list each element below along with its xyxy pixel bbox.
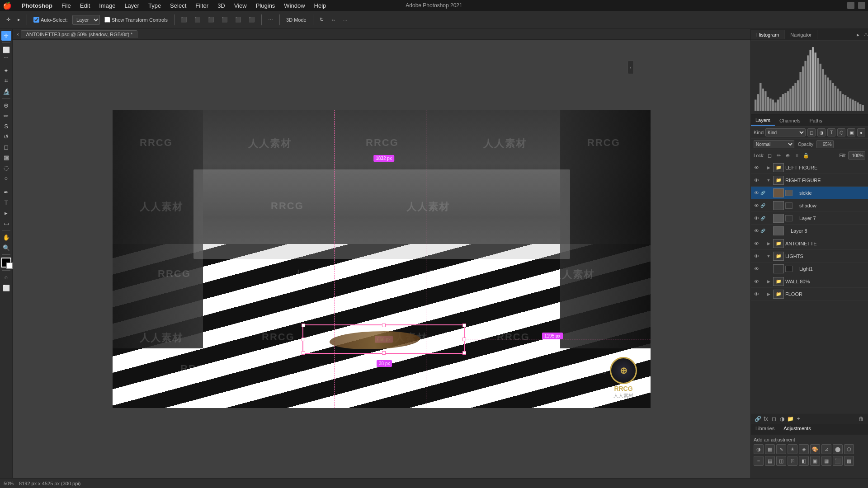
visibility-icon-wall[interactable]: 👁	[753, 278, 760, 285]
tool-arrow-btn[interactable]: ▸	[15, 14, 23, 26]
visibility-icon-layer7[interactable]: 👁	[753, 215, 760, 222]
visibility-icon-floor[interactable]: 👁	[753, 291, 760, 298]
delete-layer-btn[interactable]: 🗑	[857, 415, 865, 423]
brightness-adj-icon[interactable]: ◑	[754, 444, 764, 454]
auto-select-type-dropdown[interactable]: Layer Group	[72, 15, 100, 25]
flip-btn[interactable]: ↔	[328, 14, 339, 26]
align-bottom-btn[interactable]: ⬛	[246, 14, 258, 26]
crop-tool[interactable]: ⌗	[1, 76, 11, 86]
blend-mode-select[interactable]: Normal Multiply Screen Overlay	[754, 140, 794, 148]
visibility-icon-sickie[interactable]: 👁	[753, 189, 760, 197]
menu-edit[interactable]: Edit	[75, 1, 94, 10]
color-lookup-adj-icon[interactable]: ▤	[765, 456, 775, 466]
visibility-icon-layer8[interactable]: 👁	[753, 227, 760, 235]
menu-view[interactable]: View	[230, 1, 251, 10]
hsl-adj-icon[interactable]: 🎨	[810, 444, 820, 454]
posterize-adj-icon[interactable]: ⌻	[788, 456, 797, 466]
screen-mode-btn[interactable]: ⬜	[1, 283, 11, 293]
threshold-adj-icon[interactable]: ◧	[799, 456, 809, 466]
more-options-btn[interactable]: ···	[340, 14, 350, 26]
menu-filter[interactable]: Filter	[191, 1, 213, 10]
show-transform-checkbox[interactable]	[104, 17, 110, 23]
menu-select[interactable]: Select	[165, 1, 191, 10]
panel-menu-btn[interactable]: ▸	[853, 30, 863, 40]
menu-help[interactable]: Help	[310, 1, 331, 10]
zoom-tool[interactable]: 🔍	[1, 243, 11, 253]
layer-lights[interactable]: 👁 ▼ 📁 LIGHTS	[751, 250, 868, 263]
filter-shape-btn[interactable]: ⬡	[837, 128, 845, 136]
history-brush-tool[interactable]: ↺	[1, 131, 11, 141]
align-center-v-btn[interactable]: ⬛	[232, 14, 244, 26]
expand-icon-lights[interactable]: ▼	[765, 253, 772, 260]
align-top-btn[interactable]: ⬛	[219, 14, 231, 26]
gradient-tool[interactable]: ▩	[1, 152, 11, 162]
solid-color-adj-icon[interactable]: ⬛	[833, 456, 843, 466]
selective-color-adj-icon[interactable]: ▣	[810, 456, 820, 466]
layer-sickie[interactable]: 👁 🔗 sickie	[751, 187, 868, 199]
adjustment-layer-btn[interactable]: ◑	[778, 415, 786, 423]
menu-3d[interactable]: 3D	[213, 1, 230, 10]
visibility-icon-lights[interactable]: 👁	[753, 253, 760, 260]
tab-channels[interactable]: Channels	[775, 116, 805, 125]
lock-transparent-btn[interactable]: ◻	[766, 152, 774, 159]
visibility-icon-shadow[interactable]: 👁	[753, 202, 760, 209]
gradient-fill-adj-icon[interactable]: ▩	[844, 456, 854, 466]
new-group-btn[interactable]: 📁	[786, 415, 794, 423]
tab-layers[interactable]: Layers	[751, 116, 775, 126]
close-document-icon[interactable]: ×	[16, 32, 19, 37]
layer-7[interactable]: 👁 🔗 Layer 7	[751, 212, 868, 225]
search-icon[interactable]	[847, 2, 854, 9]
lock-position-btn[interactable]: ⊕	[784, 152, 792, 159]
vibrance-adj-icon[interactable]: ◈	[799, 444, 809, 454]
layer-antoinette[interactable]: 👁 ▶ 📁 ANTOINETTE	[751, 237, 868, 250]
auto-select-checkbox[interactable]	[33, 17, 39, 23]
eyedropper-tool[interactable]: 🔬	[1, 86, 11, 96]
brush-tool[interactable]: ✏	[1, 111, 11, 121]
lock-paint-btn[interactable]: ✏	[775, 152, 783, 159]
quick-select-tool[interactable]: ✦	[1, 66, 11, 75]
expand-icon-left-figure[interactable]: ▶	[765, 164, 772, 171]
color-balance-adj-icon[interactable]: ⊿	[821, 444, 831, 454]
layer-light1[interactable]: 👁 Light1	[751, 263, 868, 275]
distribute-btn[interactable]: ⋯	[265, 14, 276, 26]
layer-mask-btn[interactable]: ◻	[770, 415, 778, 423]
layer-right-figure[interactable]: 👁 ▼ 📁 RIGHT FIGURE	[751, 174, 868, 187]
gradient-map-adj-icon[interactable]: ▦	[821, 456, 831, 466]
filter-smart-btn[interactable]: ▣	[847, 128, 855, 136]
expand-icon-wall[interactable]: ▶	[765, 278, 772, 285]
align-center-h-btn[interactable]: ⬛	[192, 14, 203, 26]
expand-icon-right-figure[interactable]: ▼	[765, 177, 772, 184]
visibility-icon-antoinette[interactable]: 👁	[753, 240, 760, 247]
layer-fx-btn[interactable]: fx	[762, 415, 770, 423]
align-right-btn[interactable]: ⬛	[205, 14, 217, 26]
quick-mask-btn[interactable]: ○	[1, 272, 11, 282]
visibility-icon-right-figure[interactable]: 👁	[753, 177, 760, 184]
layer-left-figure[interactable]: 👁 ▶ 📁 LEFT FIGURE	[751, 161, 868, 174]
filter-type-btn[interactable]: T	[827, 128, 835, 136]
layer-wall[interactable]: 👁 ▶ 📁 WALL 80%	[751, 275, 868, 288]
shape-tool[interactable]: ▭	[1, 218, 11, 228]
layer-link-btn[interactable]: 🔗	[754, 415, 762, 423]
filter-adjustment-btn[interactable]: ◑	[817, 128, 826, 136]
opacity-input[interactable]	[816, 140, 834, 148]
tab-histogram[interactable]: Histogram	[751, 30, 785, 39]
menu-photoshop[interactable]: Photoshop	[17, 1, 57, 10]
channel-mixer-adj-icon[interactable]: ≡	[754, 456, 764, 466]
tab-adjustments[interactable]: Adjustments	[779, 424, 816, 435]
document-tab[interactable]: ANTOINETTE3.psd @ 50% (shadow, RGB/8#) *	[21, 30, 137, 38]
pen-tool[interactable]: ✒	[1, 187, 11, 197]
visibility-icon-left-figure[interactable]: 👁	[753, 164, 760, 171]
filter-pixel-btn[interactable]: ◻	[807, 128, 816, 136]
expand-icon-floor[interactable]: ▶	[765, 291, 772, 298]
canvas-viewport[interactable]: RRCG 人人素材 RRCG 人人素材 RRCG 人人素材 RRCG 人人素材 …	[13, 40, 750, 478]
foreground-color-swatch[interactable]	[1, 258, 11, 267]
panel-collapse-btn[interactable]: ‹	[627, 61, 634, 74]
notifications-icon[interactable]	[858, 2, 865, 9]
layer-shadow[interactable]: 👁 🔗 shadow	[751, 199, 868, 212]
new-layer-btn[interactable]: +	[794, 415, 802, 423]
path-select-tool[interactable]: ▸	[1, 208, 11, 218]
menu-image[interactable]: Image	[94, 1, 120, 10]
clone-stamp-tool[interactable]: S	[1, 121, 11, 131]
layer-8[interactable]: 👁 🔗 Layer 8	[751, 225, 868, 237]
move-tool-btn[interactable]: ✛	[4, 14, 13, 26]
